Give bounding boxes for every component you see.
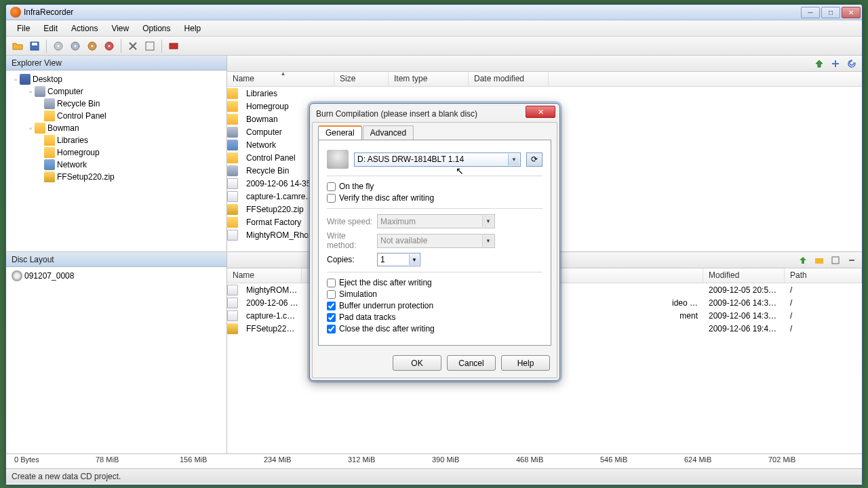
explorer-panel: Explorer View ▫Desktop ▫Computer Recycle… <box>6 56 227 251</box>
burn-dialog: Burn Compilation (please insert a blank … <box>309 103 560 381</box>
tree-bowman[interactable]: ▫Bowman <box>9 122 224 134</box>
col-name[interactable]: Name <box>227 268 302 283</box>
open-icon[interactable] <box>10 39 25 54</box>
svg-point-9 <box>108 45 111 47</box>
tools-icon[interactable] <box>125 39 140 54</box>
disc-icon-4[interactable] <box>102 39 117 54</box>
size-ruler: 0 Bytes 78 MiB 156 MiB 234 MiB 312 MiB 3… <box>6 453 862 468</box>
main-toolbar <box>6 37 862 56</box>
menu-help[interactable]: Help <box>178 22 208 35</box>
svg-point-7 <box>92 45 94 47</box>
col-name[interactable]: Name▲ <box>227 72 334 86</box>
menu-file[interactable]: File <box>10 22 37 35</box>
tree-computer[interactable]: ▫Computer <box>9 85 224 98</box>
disclayout-panel: Disc Layout 091207_0008 <box>6 252 227 453</box>
tree-network[interactable]: Network <box>9 159 224 171</box>
remove-icon[interactable] <box>844 253 859 268</box>
chevron-down-icon: ▼ <box>508 154 519 165</box>
close-button[interactable]: ✕ <box>842 7 861 18</box>
properties-icon[interactable] <box>142 39 157 54</box>
col-modified[interactable]: Modified <box>703 268 785 283</box>
upper-panel-toolbar <box>227 56 862 72</box>
menu-options[interactable]: Options <box>136 22 177 35</box>
col-size[interactable]: Size <box>334 72 389 86</box>
col-itemtype[interactable]: Item type <box>389 72 469 86</box>
app-icon <box>10 7 21 18</box>
device-combo[interactable]: D: ASUS DRW-1814BLT 1.14▼ <box>354 152 521 167</box>
buffer-checkbox[interactable]: Buffer underrun protection <box>327 301 542 310</box>
disclayout-header: Disc Layout <box>6 252 226 267</box>
up-icon[interactable] <box>812 56 827 71</box>
svg-rect-13 <box>832 257 839 264</box>
writemethod-combo: Not available▼ <box>377 234 495 248</box>
cancel-button[interactable]: Cancel <box>447 355 496 371</box>
tree-recyclebin[interactable]: Recycle Bin <box>9 98 224 110</box>
help-button[interactable]: Help <box>501 355 550 371</box>
minimize-button[interactable]: ─ <box>801 7 820 18</box>
simulation-checkbox[interactable]: Simulation <box>327 289 542 299</box>
writemethod-row: Write method: Not available▼ <box>327 231 542 250</box>
col-datemodified[interactable]: Date modified <box>469 72 549 86</box>
onthefly-checkbox[interactable]: On the fly <box>327 182 542 191</box>
statusbar: Create a new data CD project. <box>6 468 862 483</box>
refresh-icon[interactable] <box>844 56 859 71</box>
dialog-tabs: General Advanced <box>313 123 557 140</box>
writespeed-combo: Maximum▼ <box>377 214 495 228</box>
copies-combo[interactable]: 1▼ <box>377 253 420 266</box>
window-title: InfraRecorder <box>24 7 801 17</box>
dialog-titlebar: Burn Compilation (please insert a blank … <box>312 106 557 122</box>
newfolder-icon[interactable] <box>812 253 827 268</box>
verify-checkbox[interactable]: Verify the disc after writing <box>327 193 542 203</box>
explorer-tree[interactable]: ▫Desktop ▫Computer Recycle Bin Control P… <box>6 70 226 251</box>
copies-row: Copies: 1▼ <box>327 253 542 266</box>
tab-advanced[interactable]: Advanced <box>363 125 414 140</box>
ok-button[interactable]: OK <box>393 355 441 371</box>
tab-general-body: D: ASUS DRW-1814BLT 1.14▼ ⟳ On the fly V… <box>318 140 551 346</box>
explorer-header: Explorer View <box>6 56 226 70</box>
menu-actions[interactable]: Actions <box>64 22 104 35</box>
rename-icon[interactable] <box>828 253 843 268</box>
writespeed-row: Write speed: Maximum▼ <box>327 214 542 228</box>
dialog-close-button[interactable]: ✕ <box>526 106 555 118</box>
svg-rect-12 <box>815 258 823 264</box>
add-icon[interactable] <box>828 56 843 71</box>
disc-icon-3[interactable] <box>85 39 100 54</box>
svg-rect-1 <box>32 43 37 45</box>
titlebar: InfraRecorder ─ □ ✕ <box>6 5 862 20</box>
tree-homegroup[interactable]: Homegroup <box>9 146 224 159</box>
chevron-down-icon: ▼ <box>409 254 419 265</box>
status-text: Create a new data CD project. <box>12 472 121 481</box>
tree-project[interactable]: 091207_0008 <box>9 270 224 282</box>
refresh-device-button[interactable]: ⟳ <box>526 152 542 167</box>
menubar: File Edit Actions View Options Help <box>6 20 862 37</box>
disc-device-icon <box>327 150 349 169</box>
svg-rect-10 <box>146 42 154 50</box>
maximize-button[interactable]: □ <box>821 7 840 18</box>
menu-edit[interactable]: Edit <box>37 22 64 35</box>
tree-libraries[interactable]: Libraries <box>9 134 224 146</box>
closedisc-checkbox[interactable]: Close the disc after writing <box>327 324 542 333</box>
menu-view[interactable]: View <box>104 22 136 35</box>
tree-controlpanel[interactable]: Control Panel <box>9 110 224 122</box>
record-icon[interactable] <box>166 39 181 54</box>
tab-general[interactable]: General <box>318 125 362 140</box>
disclayout-tree[interactable]: 091207_0008 <box>6 267 226 453</box>
svg-rect-11 <box>170 43 178 49</box>
tree-ffsetup[interactable]: FFSetup220.zip <box>9 171 224 183</box>
save-icon[interactable] <box>27 39 42 54</box>
list-item[interactable]: Libraries <box>227 87 862 100</box>
col-path[interactable]: Path <box>785 268 862 283</box>
tree-desktop[interactable]: ▫Desktop <box>9 73 224 85</box>
up-icon[interactable] <box>795 253 810 268</box>
disc-icon-1[interactable] <box>51 39 66 54</box>
eject-checkbox[interactable]: Eject the disc after writing <box>327 278 542 287</box>
dialog-title-text: Burn Compilation (please insert a blank … <box>316 109 553 119</box>
upper-list-header: Name▲ Size Item type Date modified <box>227 72 862 87</box>
disc-icon-2[interactable] <box>68 39 83 54</box>
pad-checkbox[interactable]: Pad data tracks <box>327 312 542 322</box>
svg-point-5 <box>75 45 77 47</box>
svg-point-3 <box>58 45 60 47</box>
